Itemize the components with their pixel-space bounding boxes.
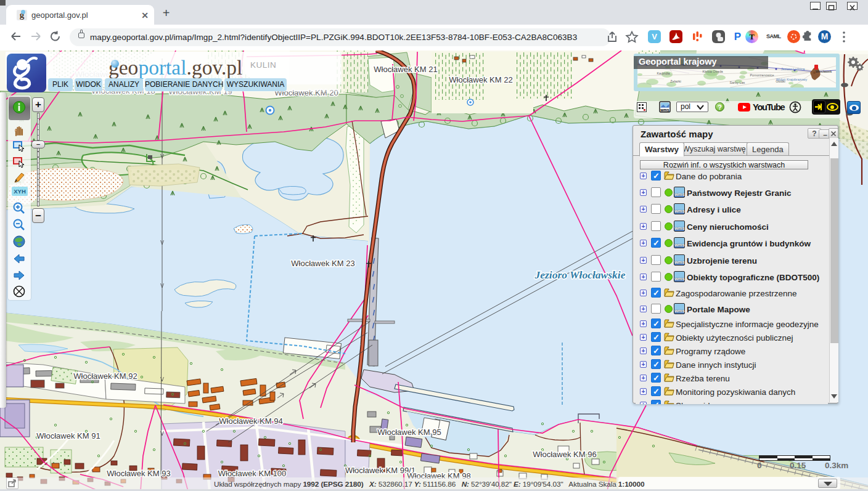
svg-text:Jezioro Włocławskie: Jezioro Włocławskie — [534, 269, 626, 281]
svg-text:Żelazki: Żelazki — [670, 79, 681, 83]
svg-text:Włocławek KM 99/1: Włocławek KM 99/1 — [345, 466, 416, 475]
svg-text:Włocławek KM 93: Włocławek KM 93 — [107, 469, 170, 478]
svg-text:Włocławek KM 94: Włocławek KM 94 — [219, 416, 282, 426]
svg-text:Jezioro Lednica: Jezioro Lednica — [781, 67, 805, 71]
svg-text:Włocławek KM 96: Włocławek KM 96 — [533, 450, 596, 459]
svg-text:Włocławek KM 21: Włocławek KM 21 — [374, 65, 437, 74]
svg-text:Pomorzanowice: Pomorzanowice — [750, 73, 774, 77]
svg-text:Włocławek KM 91: Włocławek KM 91 — [36, 431, 100, 440]
svg-text:Włocławek: Włocławek — [816, 70, 832, 73]
svg-text:Włocławek KM 23: Włocławek KM 23 — [291, 259, 354, 268]
svg-text:Kłobia Osada: Kłobia Osada — [702, 70, 723, 73]
svg-text:Kadzidła: Kadzidła — [657, 71, 670, 75]
svg-text:wms: wms — [660, 108, 669, 112]
svg-text:Włocławek KM 92: Włocławek KM 92 — [73, 371, 137, 381]
svg-text:Włocławek KM 100: Włocławek KM 100 — [218, 469, 287, 478]
svg-text:Włocławek KM 22: Włocławek KM 22 — [449, 75, 512, 84]
svg-text:Włocławek KM 95: Włocławek KM 95 — [377, 428, 441, 437]
svg-text:Sarby Las: Sarby Las — [730, 81, 745, 84]
svg-text:Widoń Krajobrazowy: Widoń Krajobrazowy — [776, 78, 808, 81]
